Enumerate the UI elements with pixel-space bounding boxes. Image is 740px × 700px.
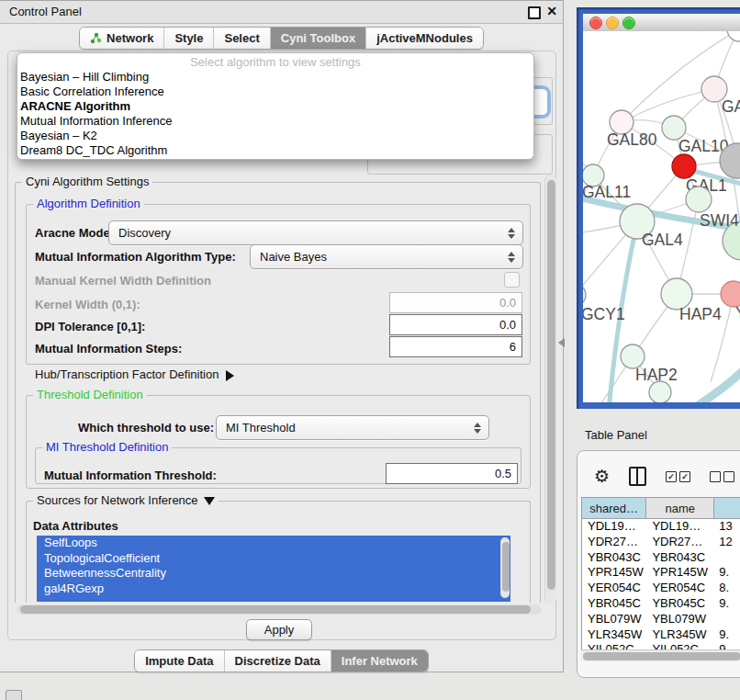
close-icon[interactable]: ✕ [546, 4, 557, 18]
table-row[interactable]: YBR045CYBR045C9. [582, 596, 740, 612]
table-cell[interactable]: YDL19… [646, 519, 714, 535]
table-cell[interactable]: 9. [714, 565, 740, 581]
tab-network[interactable]: Network [80, 28, 163, 49]
dpi-tolerance-field[interactable]: 0.0 [389, 314, 522, 335]
algorithm-option[interactable]: Bayesian – K2 [17, 129, 533, 143]
table-cell[interactable]: YBR043C [582, 550, 646, 566]
tab-jactivemnodules[interactable]: jActiveMNodules [365, 28, 483, 49]
algorithm-option[interactable]: Mutual Information Inference [17, 114, 533, 129]
table-cell[interactable]: 13 [714, 519, 740, 535]
data-attribute-item[interactable]: BetweennessCentrality [37, 566, 510, 581]
tab-discretize-data[interactable]: Discretize Data [224, 650, 331, 672]
table-cell[interactable]: YLR345W [582, 627, 646, 643]
table-cell[interactable]: 12 [714, 535, 740, 550]
table-cell[interactable]: YBR045C [646, 596, 714, 612]
algorithm-option[interactable]: ARACNE Algorithm [17, 99, 533, 114]
minimized-panel-icon[interactable] [6, 690, 22, 700]
network-node-GAL1[interactable] [672, 154, 696, 178]
close-traffic-light-icon[interactable] [589, 17, 602, 29]
mi-steps-field[interactable]: 6 [389, 336, 522, 357]
attributes-vscrollbar-thumb[interactable] [502, 542, 510, 592]
table-cell[interactable]: YPR145W [582, 565, 646, 581]
tab-style[interactable]: Style [163, 28, 213, 49]
hub-definition-toggle[interactable]: Hub/Transcription Factor Definition [35, 367, 234, 381]
data-attribute-item[interactable]: TopologicalCoefficient [37, 551, 510, 567]
mi-type-combo[interactable]: Naive Bayes [250, 244, 523, 269]
algorithm-option[interactable]: Bayesian – Hill Climbing [17, 70, 533, 85]
table-cell[interactable]: YER054C [582, 581, 646, 596]
data-attribute-item[interactable]: SelfLoops [37, 536, 510, 551]
settings-gear-icon[interactable]: ⚙ [594, 468, 610, 486]
table-row[interactable]: YER054CYER054C8. [582, 581, 740, 596]
table-cell[interactable]: YBL079W [582, 612, 646, 627]
which-threshold-combo[interactable]: MI Threshold [216, 415, 489, 440]
column-header[interactable]: shared… [582, 498, 646, 518]
table-hscrollbar-thumb[interactable] [583, 652, 740, 660]
network-canvas[interactable]: GAL7GAL80GAL10GAL1GAL11GAL4SWI4GCY1HAP4Y… [583, 31, 740, 402]
apply-button[interactable]: Apply [246, 619, 312, 640]
table-row[interactable]: YDL19…YDL19…13 [582, 519, 740, 535]
tab-impute-data[interactable]: Impute Data [135, 650, 223, 672]
table-row[interactable]: YBL079WYBL079W [582, 612, 740, 627]
network-node[interactable] [686, 186, 712, 212]
network-edge-highlighted[interactable] [686, 355, 740, 402]
settings-hscrollbar[interactable] [17, 604, 542, 615]
table-cell[interactable]: YBR043C [646, 550, 714, 566]
table-hscrollbar[interactable] [581, 649, 740, 661]
tab-select[interactable]: Select [213, 28, 269, 49]
settings-hscrollbar-thumb[interactable] [20, 605, 531, 614]
panel-divider-handle[interactable] [558, 338, 565, 347]
table-cell[interactable]: YDR27… [646, 535, 714, 550]
algorithm-dropdown-placeholder: Select algorithm to view settings [17, 53, 533, 70]
table-row[interactable]: YDR27…YDR27…12 [582, 535, 740, 550]
network-node-label: GCY1 [583, 305, 625, 323]
table-cell[interactable]: YBL079W [646, 612, 714, 627]
algorithm-option[interactable]: Dream8 DC_TDC Algorithm [17, 143, 533, 158]
screen: Control Panel ✕ NetworkStyleSelectCyni T… [0, 0, 740, 700]
aracne-mode-combo[interactable]: Discovery [108, 220, 523, 245]
sources-toggle[interactable]: Sources for Network Inference [33, 494, 219, 507]
data-attribute-item[interactable]: gal4RGexp [37, 581, 510, 597]
manual-kernel-checkbox[interactable] [504, 272, 520, 288]
table-row[interactable]: YPR145WYPR145W9. [582, 565, 740, 581]
zoom-traffic-light-icon[interactable] [622, 17, 635, 29]
table-cell[interactable]: YDR27… [582, 535, 646, 550]
table-row[interactable]: YBR043CYBR043C [582, 550, 740, 566]
table-cell[interactable] [714, 550, 740, 566]
table-cell[interactable]: YDL19… [582, 519, 646, 535]
table-cell[interactable]: YBR045C [582, 596, 646, 612]
mi-threshold-field[interactable]: 0.5 [386, 463, 518, 484]
table-cell[interactable]: 8. [714, 581, 740, 596]
kernel-width-field[interactable]: 0.0 [389, 292, 522, 313]
select-all-checkboxes-icon[interactable]: ✓✓ [666, 471, 690, 482]
settings-vscrollbar[interactable] [544, 175, 556, 604]
table-cell[interactable]: YLR345W [646, 627, 714, 643]
column-header[interactable]: name [646, 498, 714, 518]
spinner-arrows-icon [504, 252, 519, 263]
tab-cyni-toolbox[interactable]: Cyni Toolbox [270, 28, 365, 49]
minimize-traffic-light-icon[interactable] [606, 17, 619, 29]
expand-arrow-icon[interactable] [226, 370, 234, 381]
table-cell[interactable]: YER054C [646, 581, 714, 596]
network-node[interactable] [649, 381, 671, 402]
algorithm-option[interactable]: Basic Correlation Inference [17, 85, 533, 99]
table-cell[interactable]: 9. [714, 627, 740, 643]
float-window-icon[interactable] [528, 6, 541, 19]
column-header[interactable] [714, 498, 740, 518]
network-node[interactable] [727, 31, 740, 41]
which-threshold-value: MI Threshold [217, 421, 470, 435]
collapse-arrow-icon[interactable] [204, 497, 215, 505]
table-row[interactable]: YLR345WYLR345W9. [582, 627, 740, 643]
table-cell[interactable]: 9. [714, 596, 740, 612]
attributes-vscrollbar[interactable] [500, 537, 510, 598]
network-node-Y[interactable] [721, 281, 740, 307]
table-cell[interactable] [714, 612, 740, 627]
table-cell[interactable]: YPR145W [646, 565, 714, 581]
network-window-titlebar[interactable] [583, 14, 740, 32]
settings-vscrollbar-thumb[interactable] [547, 180, 555, 590]
split-view-columns-icon[interactable] [629, 467, 646, 486]
tab-infer-network[interactable]: Infer Network [331, 650, 428, 672]
network-node-GCY1[interactable] [583, 284, 586, 306]
deselect-checkboxes-icon[interactable] [710, 471, 734, 482]
data-attributes-list[interactable]: SelfLoopsTopologicalCoefficientBetweenne… [37, 536, 510, 602]
